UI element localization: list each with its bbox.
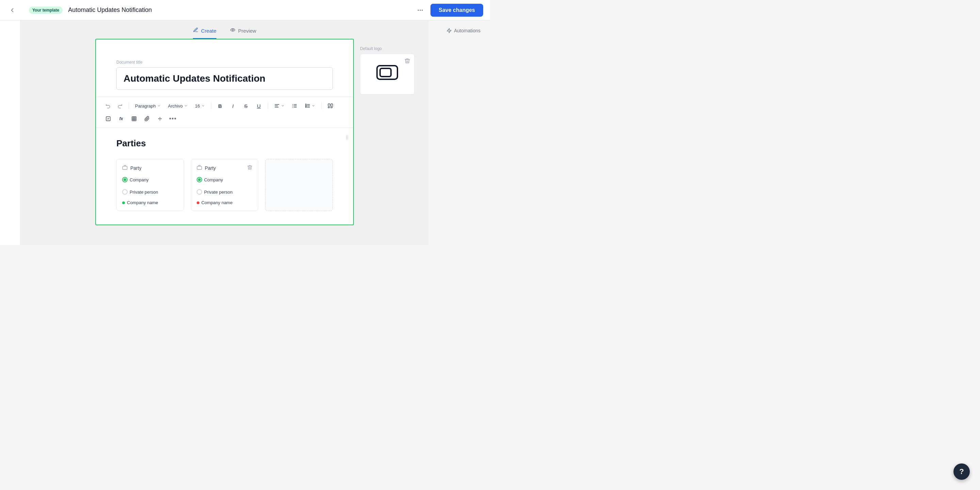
table-button[interactable] bbox=[129, 113, 140, 124]
align-select[interactable] bbox=[272, 102, 287, 110]
attachment-button[interactable] bbox=[142, 113, 153, 124]
formula-button[interactable]: fx bbox=[116, 113, 127, 124]
paragraph-dropdown-icon bbox=[157, 104, 161, 108]
bullet-list-button[interactable] bbox=[289, 100, 300, 111]
left-sidebar bbox=[0, 21, 21, 245]
party-1-company-dot bbox=[124, 178, 126, 181]
party-2-private-option[interactable]: Private person bbox=[197, 189, 233, 195]
toolbar-divider-1 bbox=[129, 102, 129, 109]
svg-point-34 bbox=[347, 137, 348, 138]
document-area: Default logo bbox=[95, 39, 354, 225]
align-dropdown-icon bbox=[281, 104, 285, 108]
document-body: Parties bbox=[96, 128, 353, 224]
party-1-company-radio[interactable] bbox=[122, 177, 127, 182]
party-1-private-label: Private person bbox=[130, 189, 158, 195]
party-2-company-dot bbox=[198, 178, 201, 181]
toolbar-divider-4 bbox=[321, 102, 321, 109]
undo-button[interactable] bbox=[103, 100, 114, 111]
automations-label: Automations bbox=[454, 28, 480, 33]
svg-rect-36 bbox=[123, 166, 127, 169]
size-dropdown-icon bbox=[202, 104, 205, 108]
party-card-1: Party Company bbox=[116, 159, 184, 211]
svg-point-35 bbox=[347, 138, 348, 139]
party-1-private-radio[interactable] bbox=[122, 189, 127, 195]
tabs-bar: Create Preview bbox=[193, 21, 256, 39]
checkbox-button[interactable] bbox=[103, 113, 114, 124]
toolbar-divider-3 bbox=[268, 102, 268, 109]
horizontal-rule-button[interactable] bbox=[154, 113, 165, 124]
numbered-dropdown-icon bbox=[312, 104, 315, 108]
drag-handle[interactable] bbox=[344, 135, 350, 142]
svg-point-0 bbox=[418, 10, 419, 11]
svg-point-2 bbox=[422, 10, 423, 11]
svg-point-1 bbox=[420, 10, 421, 11]
automations-button[interactable]: Automations bbox=[444, 26, 483, 35]
party-1-private-option[interactable]: Private person bbox=[122, 189, 158, 195]
automations-icon bbox=[447, 28, 452, 33]
party-icon-2 bbox=[197, 165, 202, 172]
automations-panel: Automations bbox=[429, 21, 490, 245]
template-badge: Your template bbox=[29, 6, 63, 14]
svg-point-3 bbox=[232, 29, 234, 30]
header: Your template Automatic Updates Notifica… bbox=[0, 0, 490, 21]
bold-button[interactable]: B bbox=[215, 100, 226, 111]
header-right: Save changes bbox=[414, 4, 483, 17]
svg-rect-37 bbox=[197, 166, 202, 169]
more-toolbar-button[interactable]: ••• bbox=[167, 113, 178, 124]
add-party-card[interactable] bbox=[265, 159, 333, 211]
toolbar-history-group bbox=[103, 100, 125, 111]
party-header-1: Party bbox=[122, 165, 178, 172]
size-select[interactable]: 16 bbox=[192, 102, 207, 110]
header-left: Your template Automatic Updates Notifica… bbox=[7, 5, 414, 16]
party-1-field-dot bbox=[122, 202, 125, 204]
party-card-2: Party bbox=[191, 159, 259, 211]
tab-create[interactable]: Create bbox=[193, 27, 216, 39]
paragraph-select[interactable]: Paragraph bbox=[132, 102, 163, 110]
party-1-company-label: Company bbox=[130, 177, 149, 182]
party-1-company-option[interactable]: Company bbox=[122, 177, 149, 182]
logo-section: Default logo bbox=[360, 46, 421, 95]
main-area: Create Preview Default l bbox=[0, 21, 490, 245]
more-options-button[interactable] bbox=[414, 4, 426, 16]
party-2-private-radio[interactable] bbox=[197, 189, 202, 195]
svg-point-31 bbox=[346, 137, 347, 138]
tab-preview[interactable]: Preview bbox=[230, 27, 256, 39]
svg-point-12 bbox=[292, 104, 293, 105]
font-label: Archivo bbox=[168, 103, 183, 108]
redo-button[interactable] bbox=[115, 100, 125, 111]
party-1-field-label: Company name bbox=[127, 200, 158, 205]
document-title-input[interactable] bbox=[116, 67, 333, 90]
tab-preview-label: Preview bbox=[238, 28, 256, 34]
party-label-2: Party bbox=[205, 165, 245, 171]
font-select[interactable]: Archivo bbox=[165, 102, 190, 110]
parties-section-title: Parties bbox=[116, 138, 333, 149]
svg-point-32 bbox=[346, 138, 347, 139]
save-changes-button[interactable]: Save changes bbox=[430, 4, 483, 17]
party-label-1: Party bbox=[130, 165, 178, 171]
svg-marker-38 bbox=[447, 28, 451, 33]
numbered-list-select[interactable]: 1 2 3 bbox=[302, 102, 318, 110]
logo-delete-button[interactable] bbox=[402, 56, 412, 66]
party-2-radio-group: Company Private person bbox=[197, 177, 253, 195]
blockquote-button[interactable] bbox=[325, 100, 336, 111]
svg-point-30 bbox=[346, 136, 347, 137]
back-button[interactable] bbox=[7, 5, 18, 16]
toolbar: Paragraph Archivo 16 B bbox=[96, 97, 353, 128]
svg-point-13 bbox=[292, 105, 293, 106]
party-1-radio-group: Company Private person bbox=[122, 177, 178, 195]
party-2-company-option[interactable]: Company bbox=[197, 177, 223, 182]
svg-point-33 bbox=[347, 136, 348, 137]
party-2-company-label: Company bbox=[204, 177, 223, 182]
size-label: 16 bbox=[195, 103, 200, 108]
strikethrough-button[interactable]: S bbox=[240, 100, 251, 111]
party-2-delete-button[interactable] bbox=[247, 165, 253, 172]
underline-button[interactable]: U bbox=[253, 100, 264, 111]
logo-brand-icon bbox=[375, 63, 399, 86]
party-1-company-name-row: Company name bbox=[122, 200, 178, 205]
party-2-company-radio[interactable] bbox=[197, 177, 202, 182]
center-content: Create Preview Default l bbox=[21, 21, 429, 245]
svg-point-14 bbox=[292, 107, 293, 108]
italic-button[interactable]: I bbox=[228, 100, 239, 111]
document-title-label: Document title bbox=[116, 60, 333, 65]
preview-icon bbox=[230, 27, 235, 34]
